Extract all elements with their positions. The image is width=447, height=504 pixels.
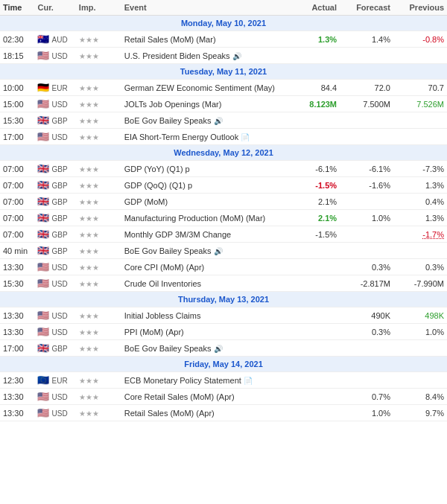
event-time: 15:00 (0, 96, 34, 112)
event-label: Crude Oil Inventories (124, 279, 201, 288)
event-forecast (340, 129, 393, 145)
event-importance: ★★★ (76, 112, 121, 129)
section-title-1: Tuesday, May 11, 2021 (0, 64, 447, 80)
section-header-1: Tuesday, May 11, 2021 (0, 64, 447, 80)
event-label: GDP (QoQ) (Q1) p (124, 181, 192, 190)
event-name: BoE Gov Bailey Speaks 🔊 (121, 243, 286, 259)
event-time: 13:30 (0, 307, 34, 324)
event-importance: ★★★ (76, 324, 121, 340)
event-name: ECB Monetary Policy Statement 📄 (121, 372, 286, 389)
section-title-0: Monday, May 10, 2021 (0, 16, 447, 31)
event-time: 17:00 (0, 129, 34, 145)
table-row: 15:30🇺🇸 USD★★★Crude Oil Inventories-2.81… (0, 275, 447, 292)
event-label: Monthly GDP 3M/3M Change (124, 230, 231, 239)
event-currency: 🇬🇧 GBP (34, 161, 75, 177)
event-previous (393, 48, 447, 64)
event-previous: -7.990M (393, 275, 447, 292)
section-title-4: Friday, May 14, 2021 (0, 357, 447, 372)
event-forecast: -2.817M (340, 275, 393, 292)
event-currency: 🇺🇸 USD (34, 307, 75, 324)
star-icon: ★ (92, 247, 99, 255)
star-icon: ★ (86, 409, 92, 418)
previous-value: -0.8% (422, 35, 444, 44)
currency-code: GBP (52, 182, 68, 190)
event-actual: 1.3% (286, 31, 340, 48)
event-label: GDP (YoY) (Q1) p (124, 165, 190, 173)
event-actual (286, 324, 340, 340)
event-name: GDP (QoQ) (Q1) p (121, 177, 286, 194)
star-icon: ★ (86, 231, 92, 239)
actual-value: 2.1% (318, 214, 337, 223)
star-icon: ★ (92, 345, 99, 353)
event-time: 07:00 (0, 210, 34, 226)
currency-code: EUR (52, 377, 68, 385)
flag-icon: 🇬🇧 (37, 196, 49, 207)
currency-code: GBP (52, 214, 68, 223)
event-actual (286, 112, 340, 129)
event-importance: ★★★ (76, 31, 121, 48)
event-name: U.S. President Biden Speaks 🔊 (121, 48, 286, 64)
previous-value: 1.0% (425, 328, 444, 336)
event-name: Retail Sales (MoM) (Apr) (121, 405, 286, 421)
forecast-value: 7.500M (363, 100, 390, 109)
event-time: 07:00 (0, 161, 34, 177)
previous-value: 498K (425, 311, 444, 320)
actual-value: 84.4 (321, 83, 337, 92)
event-label: GDP (MoM) (124, 197, 168, 206)
star-icon: ★ (79, 52, 86, 60)
star-icon: ★ (79, 409, 86, 418)
currency-code: GBP (52, 247, 68, 255)
event-actual (286, 275, 340, 292)
star-icon: ★ (92, 182, 99, 190)
star-icon: ★ (79, 377, 86, 385)
event-actual (286, 129, 340, 145)
flag-icon: 🇬🇧 (37, 229, 49, 240)
flag-icon: 🇺🇸 (37, 407, 49, 418)
event-previous: 498K (393, 307, 447, 324)
event-label: BoE Gov Bailey Speaks (124, 116, 212, 125)
event-previous (393, 243, 447, 259)
star-icon: ★ (92, 377, 99, 385)
forecast-value: 1.0% (372, 409, 390, 418)
event-forecast (340, 372, 393, 389)
star-icon: ★ (86, 247, 92, 255)
star-icon: ★ (86, 165, 92, 173)
event-time: 40 min (0, 243, 34, 259)
star-icon: ★ (86, 264, 92, 272)
event-time: 13:30 (0, 324, 34, 340)
event-importance: ★★★ (76, 259, 121, 275)
event-time: 07:00 (0, 194, 34, 210)
event-label: ECB Monetary Policy Statement (124, 376, 241, 385)
star-icon: ★ (86, 312, 92, 320)
table-row: 12:30🇪🇺 EUR★★★ECB Monetary Policy Statem… (0, 372, 447, 389)
forecast-value: 0.3% (372, 263, 390, 272)
event-name: BoE Gov Bailey Speaks 🔊 (121, 340, 286, 357)
star-icon: ★ (92, 133, 99, 141)
event-previous: 0.4% (393, 194, 447, 210)
flag-icon: 🇺🇸 (37, 131, 49, 142)
event-time: 12:30 (0, 372, 34, 389)
currency-code: GBP (52, 198, 68, 206)
event-previous (393, 340, 447, 357)
event-forecast: 1.0% (340, 405, 393, 421)
event-actual (286, 259, 340, 275)
event-time: 13:30 (0, 389, 34, 405)
event-currency: 🇬🇧 GBP (34, 177, 75, 194)
event-currency: 🇬🇧 GBP (34, 226, 75, 243)
event-previous (393, 372, 447, 389)
event-previous: 70.7 (393, 80, 447, 96)
event-forecast (340, 48, 393, 64)
star-icon: ★ (92, 36, 99, 44)
star-icon: ★ (92, 165, 99, 173)
event-actual (286, 307, 340, 324)
flag-icon: 🇬🇧 (37, 212, 49, 223)
event-importance: ★★★ (76, 389, 121, 405)
event-forecast (340, 226, 393, 243)
flag-icon: 🇬🇧 (37, 342, 49, 354)
event-previous: 9.7% (393, 405, 447, 421)
event-importance: ★★★ (76, 243, 121, 259)
event-currency: 🇺🇸 USD (34, 259, 75, 275)
event-name: Manufacturing Production (MoM) (Mar) (121, 210, 286, 226)
event-previous: 0.3% (393, 259, 447, 275)
currency-code: GBP (52, 231, 68, 239)
